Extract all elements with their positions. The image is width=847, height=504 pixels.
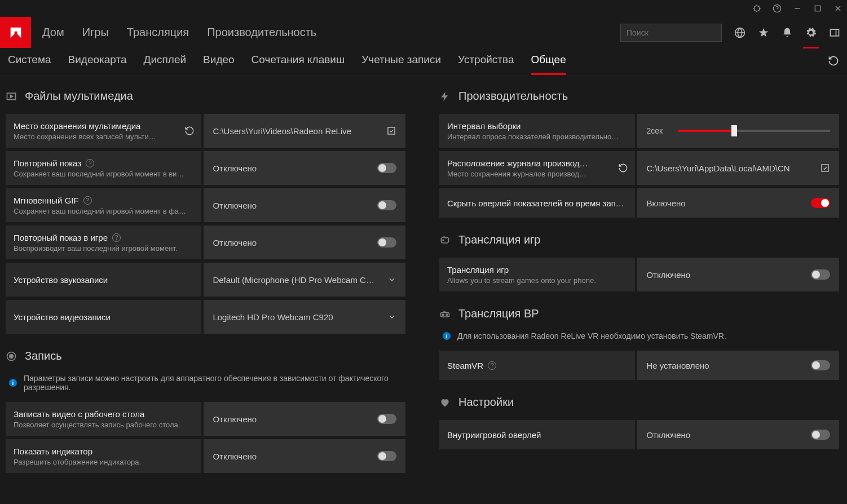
tab-hotkeys[interactable]: Сочетания клавиш (252, 54, 345, 68)
ingame-replay-toggle[interactable] (377, 237, 396, 247)
replay-toggle[interactable] (377, 163, 396, 173)
setting-hide-overlay: Скрыть оверлей показателей во время зап…… (439, 188, 839, 218)
bell-icon[interactable] (782, 27, 793, 38)
edit-icon[interactable] (386, 126, 396, 136)
chevron-down-icon (387, 312, 396, 321)
help-icon[interactable]: ? (83, 196, 92, 205)
section-vrstream: Трансляция ВР (439, 307, 839, 320)
video-device-select[interactable]: Logitech HD Pro Webcam C920 (204, 300, 405, 334)
sampling-value: 2сек (646, 126, 669, 135)
nav-home[interactable]: Дом (42, 26, 64, 39)
section-vrstream-title: Трансляция ВР (458, 307, 539, 320)
heart-icon (439, 397, 451, 408)
steamvr-toggle[interactable] (811, 360, 830, 370)
star-icon[interactable] (758, 27, 769, 38)
gif-label: Мгновенный GIF? (14, 196, 193, 205)
help-icon[interactable]: ? (112, 233, 121, 242)
desktop-rec-value: Отключено (213, 414, 377, 424)
help-icon[interactable]: ? (488, 361, 496, 370)
section-performance: Производительность (439, 90, 839, 103)
ingame-replay-label: Повторный показ в игре? (14, 233, 193, 242)
slider-thumb[interactable] (731, 125, 737, 136)
section-record-title: Запись (25, 350, 62, 362)
tab-video[interactable]: Видео (203, 54, 235, 68)
tab-general[interactable]: Общее (531, 54, 566, 68)
tab-accounts[interactable]: Учетные записи (361, 54, 441, 68)
ingame-overlay-value: Отключено (646, 430, 811, 440)
setting-desktop-rec: Записать видео с рабочего стола Позволяе… (6, 402, 405, 436)
tab-gpu[interactable]: Видеокарта (68, 54, 127, 68)
ingame-replay-desc: Воспроизводит ваш последний игровой моме… (14, 244, 193, 253)
left-column: Файлы мультимедиа Место сохранения мульт… (6, 90, 405, 504)
window-titlebar (0, 0, 847, 17)
setting-video-device: Устройство видеозаписи Logitech HD Pro W… (6, 300, 405, 334)
nav-games[interactable]: Игры (82, 26, 109, 39)
minimize-icon[interactable] (793, 4, 802, 13)
tab-devices[interactable]: Устройства (458, 54, 514, 68)
tab-display[interactable]: Дисплей (144, 54, 187, 68)
close-icon[interactable] (833, 4, 842, 13)
video-device-value: Logitech HD Pro Webcam C920 (213, 312, 383, 322)
section-prefs: Настройки (439, 396, 839, 409)
hide-overlay-toggle[interactable] (811, 198, 830, 208)
nav-performance[interactable]: Производительность (207, 26, 316, 39)
steamvr-value: Не установлено (646, 361, 811, 370)
steamvr-label: SteamVR? (447, 361, 627, 370)
perflog-desc: Место сохранения журналов производ… (447, 170, 610, 178)
sidebar-icon[interactable] (829, 27, 840, 38)
search-input[interactable] (627, 28, 725, 37)
desktop-rec-toggle[interactable] (377, 414, 396, 424)
settings-icon[interactable] (805, 27, 817, 38)
perflog-label: Расположение журнала производ… (447, 158, 610, 168)
indicator-desc: Разрешить отображение индикатора. (14, 458, 193, 466)
setting-sampling: Интервал выборки Интервал опроса показат… (439, 114, 839, 148)
hide-overlay-label: Скрыть оверлей показателей во время зап… (447, 198, 627, 208)
hide-overlay-value: Включено (646, 198, 811, 208)
setting-gamestream: Трансляция игр Allows you to stream game… (439, 258, 839, 291)
gif-desc: Сохраняет ваш последний игровой момент в… (14, 207, 193, 215)
reset-icon[interactable] (184, 126, 195, 136)
svg-rect-2 (815, 6, 820, 11)
desktop-rec-desc: Позволяет осуществлять запись рабочего с… (14, 421, 193, 429)
play-icon (6, 91, 17, 102)
replay-value: Отключено (213, 163, 377, 173)
svg-point-12 (442, 314, 444, 316)
gamestream-desc: Allows you to stream games onto your pho… (447, 276, 627, 285)
setting-steamvr: SteamVR? Не установлено (439, 351, 839, 380)
media-path-value-box[interactable]: C:\Users\Yuri\Videos\Radeon ReLive (204, 114, 405, 148)
sampling-slider[interactable]: 2сек (646, 126, 830, 135)
info-icon: i (9, 379, 17, 387)
setting-indicator: Показать индикатор Разрешить отображение… (6, 439, 405, 473)
edit-icon[interactable] (820, 163, 830, 173)
tab-system[interactable]: Система (8, 54, 51, 68)
ingame-overlay-toggle[interactable] (811, 430, 830, 440)
audio-device-select[interactable]: Default (Microphone (HD Pro Webcam C… (204, 263, 405, 297)
indicator-label: Показать индикатор (14, 446, 193, 456)
gamestream-label: Трансляция игр (447, 265, 627, 275)
gamestream-toggle[interactable] (811, 269, 830, 280)
help-icon[interactable] (773, 4, 782, 13)
section-gamestream-title: Трансляция игр (458, 233, 541, 246)
reset-all-icon[interactable] (828, 55, 839, 67)
settings-content: Файлы мультимедиа Место сохранения мульт… (0, 74, 847, 504)
media-path-value: C:\Users\Yuri\Videos\Radeon ReLive (213, 126, 382, 136)
indicator-toggle[interactable] (377, 451, 396, 461)
svg-point-0 (754, 6, 759, 11)
globe-icon[interactable] (734, 27, 745, 38)
setting-ingame-replay: Повторный показ в игре? Воспроизводит ва… (6, 226, 405, 259)
gif-toggle[interactable] (377, 200, 396, 210)
right-column: Производительность Интервал выборки Инте… (439, 90, 839, 504)
bolt-icon (439, 91, 451, 102)
setting-media-path: Место сохранения мультимедиа Место сохра… (6, 114, 405, 148)
maximize-icon[interactable] (813, 4, 822, 13)
reset-icon[interactable] (618, 163, 628, 173)
bug-icon[interactable] (752, 4, 761, 13)
help-icon[interactable]: ? (86, 159, 94, 167)
setting-instant-gif: Мгновенный GIF? Сохраняет ваш последний … (6, 188, 405, 222)
section-gamestream: Трансляция игр (439, 233, 839, 246)
search-box[interactable] (620, 24, 722, 42)
perflog-value-box[interactable]: C:\Users\Yuri\AppData\Local\AMD\CN (637, 151, 839, 185)
record-info: i Параметры записи можно настроить для а… (6, 374, 405, 392)
nav-stream[interactable]: Трансляция (127, 26, 189, 39)
media-path-desc: Место сохранения всех записей мульти… (14, 132, 177, 141)
